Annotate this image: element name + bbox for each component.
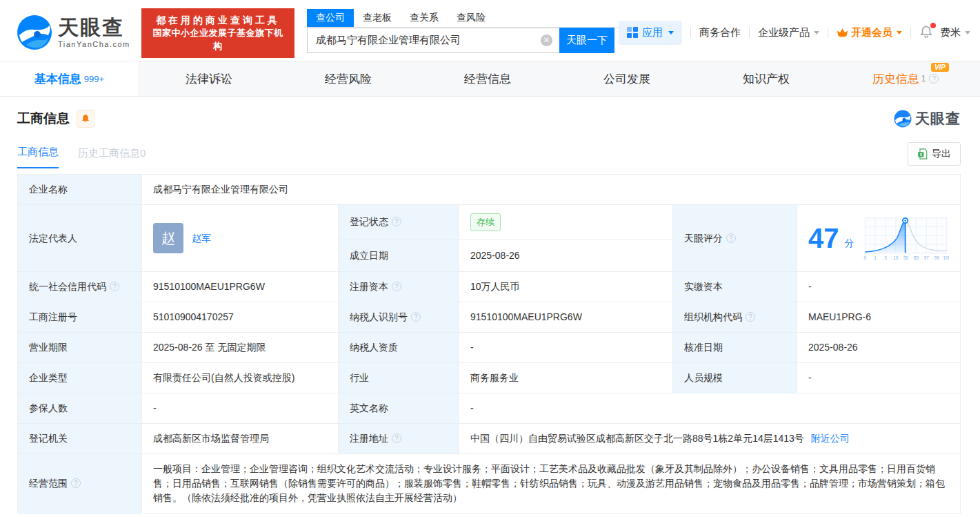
top-header: 天眼查 TianYanCha.com 都在用的商业查询工具 国家中小企业发展子基… — [0, 0, 980, 61]
slogan-line1: 都在用的商业查询工具 — [148, 13, 288, 27]
search-input[interactable] — [307, 28, 559, 53]
tab-legal-litigation[interactable]: 法律诉讼 — [139, 61, 279, 96]
svg-text:x: x — [919, 152, 922, 157]
search-tab-relation[interactable]: 查关系 — [401, 9, 448, 27]
reg-capital-value: 10万人民币 — [459, 272, 673, 302]
tab-count: 999+ — [84, 74, 104, 84]
tab-history-info[interactable]: VIP 历史信息 1 ? — [836, 61, 975, 96]
tab-count: 1 — [921, 74, 926, 84]
tab-operation-risk[interactable]: 经营风险 — [279, 61, 418, 96]
menu-divider — [690, 27, 691, 38]
score-number: 47 — [808, 224, 839, 252]
export-label: 导出 — [932, 148, 951, 160]
help-icon[interactable]: ? — [726, 233, 736, 243]
help-icon[interactable]: ? — [411, 312, 421, 322]
nearby-companies-link[interactable]: 附近公司 — [811, 433, 850, 444]
help-icon[interactable]: ? — [392, 217, 401, 226]
taxpayer-quality-label: 纳税人资质 — [339, 333, 459, 363]
export-button[interactable]: x 导出 — [908, 142, 961, 166]
english-name-label: 英文名称 — [339, 393, 459, 424]
english-name-value: - — [459, 393, 961, 424]
table-row: 法定代表人 赵 赵军 登记状态? 存续 天眼评分? 47 分 — [18, 205, 961, 240]
avatar[interactable]: 赵 — [153, 223, 183, 253]
chevron-down-icon — [814, 31, 819, 35]
cooperation-label: 商务合作 — [699, 26, 741, 39]
org-code-label: 组织机构代码? — [673, 302, 797, 333]
apps-menu[interactable]: 应用 — [619, 21, 682, 45]
svg-text:85: 85 — [913, 255, 919, 260]
svg-text:97: 97 — [923, 255, 929, 260]
menu-divider — [749, 27, 750, 38]
slogan-line2: 国家中小企业发展子基金旗下机构 — [148, 27, 288, 53]
staff-size-label: 人员规模 — [673, 363, 797, 393]
svg-text:100: 100 — [943, 255, 949, 260]
notification-dot — [930, 23, 936, 28]
reg-status-label: 登记状态? — [339, 205, 459, 240]
table-row: 企业类型 有限责任公司(自然人投资或控股) 行业 商务服务业 人员规模 - — [18, 363, 961, 393]
company-nav-tabs: 基本信息 999+ 法律诉讼 经营风险 经营信息 公司发展 知识产权 VIP 历… — [0, 61, 980, 97]
menu-cooperation[interactable]: 商务合作 — [699, 26, 741, 39]
reg-address-label: 注册地址? — [339, 424, 459, 454]
subtab-history-business-info[interactable]: 历史工商信息0 — [78, 147, 146, 168]
legal-rep-link[interactable]: 赵军 — [192, 231, 211, 246]
help-icon[interactable]: ? — [929, 74, 939, 84]
tab-operation-info[interactable]: 经营信息 — [418, 61, 557, 96]
approval-date-value: 2025-08-26 — [797, 333, 961, 363]
search-tab-company[interactable]: 查公司 — [307, 9, 354, 27]
tab-intellectual-property[interactable]: 知识产权 — [697, 61, 836, 96]
chevron-down-icon — [668, 31, 674, 35]
open-vip-button[interactable]: 开通会员 — [837, 26, 902, 39]
tab-label: 公司发展 — [603, 71, 650, 87]
reg-capital-label: 注册资本? — [339, 272, 459, 302]
search-button[interactable]: 天眼一下 — [559, 28, 614, 53]
taxpayer-id-value: 91510100MAEU1PRG6W — [459, 302, 673, 333]
taxpayer-id-label: 纳税人识别号? — [339, 302, 459, 333]
section-header: 工商信息 天眼查 — [17, 109, 961, 128]
crown-icon — [837, 28, 848, 38]
tab-label: 历史信息 — [872, 71, 919, 87]
paid-capital-value: - — [797, 272, 961, 302]
subtab-business-info[interactable]: 工商信息 — [17, 146, 59, 168]
svg-text:50: 50 — [903, 255, 909, 260]
svg-text:1: 1 — [874, 255, 877, 260]
score-unit: 分 — [845, 236, 854, 251]
menu-enterprise-products[interactable]: 企业级产品 — [758, 26, 819, 39]
user-menu[interactable]: 费米 — [940, 26, 970, 39]
help-icon[interactable]: ? — [110, 282, 119, 291]
reg-status-value: 存续 — [459, 205, 673, 240]
search-tab-boss[interactable]: 查老板 — [354, 9, 401, 27]
reg-authority-value: 成都高新区市场监督管理局 — [142, 424, 339, 454]
business-term-label: 营业期限 — [18, 333, 142, 363]
table-row: 营业期限 2025-08-26 至 无固定期限 纳税人资质 - 核准日期 202… — [18, 333, 961, 363]
help-icon[interactable]: ? — [392, 282, 401, 291]
enterprise-label: 企业级产品 — [758, 26, 810, 39]
help-icon[interactable]: ? — [71, 478, 81, 488]
notification-bell-icon[interactable] — [919, 25, 933, 41]
search-tab-risk[interactable]: 查风险 — [448, 9, 494, 27]
svg-text:0: 0 — [863, 255, 866, 260]
reg-number-value: 510109004170257 — [142, 302, 339, 333]
menu-divider — [910, 27, 911, 38]
org-code-value: MAEU1PRG-6 — [797, 302, 961, 333]
tab-basic-info[interactable]: 基本信息 999+ — [0, 61, 139, 96]
search-row: ✕ 天眼一下 — [307, 28, 619, 53]
clear-search-icon[interactable]: ✕ — [541, 35, 552, 46]
apps-label: 应用 — [642, 26, 663, 39]
table-row: 统一社会信用代码? 91510100MAEU1PRG6W 注册资本? 10万人民… — [18, 272, 961, 302]
slogan-banner: 都在用的商业查询工具 国家中小企业发展子基金旗下机构 — [141, 8, 294, 58]
chevron-down-icon — [897, 31, 902, 35]
status-badge: 存续 — [470, 213, 501, 231]
help-icon[interactable]: ? — [392, 433, 401, 443]
legal-rep-value: 赵 赵军 — [142, 205, 339, 272]
site-logo[interactable]: 天眼查 TianYanCha.com — [17, 14, 130, 50]
tab-company-development[interactable]: 公司发展 — [557, 61, 697, 96]
credit-code-label: 统一社会信用代码? — [18, 272, 142, 302]
svg-text:15: 15 — [893, 255, 899, 260]
help-icon[interactable]: ? — [746, 312, 755, 322]
chevron-down-icon — [965, 31, 970, 35]
monitor-bell-icon[interactable] — [77, 110, 94, 128]
apps-grid-icon — [627, 27, 638, 38]
business-scope-value: 一般项目：企业管理；企业管理咨询；组织文化艺术交流活动；专业设计服务；平面设计；… — [142, 454, 961, 514]
reg-address-value: 中国（四川）自由贸易试验区成都高新区交子北一路88号1栋2单元14层1413号 … — [459, 424, 961, 454]
tianyancha-logo-icon — [17, 14, 52, 50]
